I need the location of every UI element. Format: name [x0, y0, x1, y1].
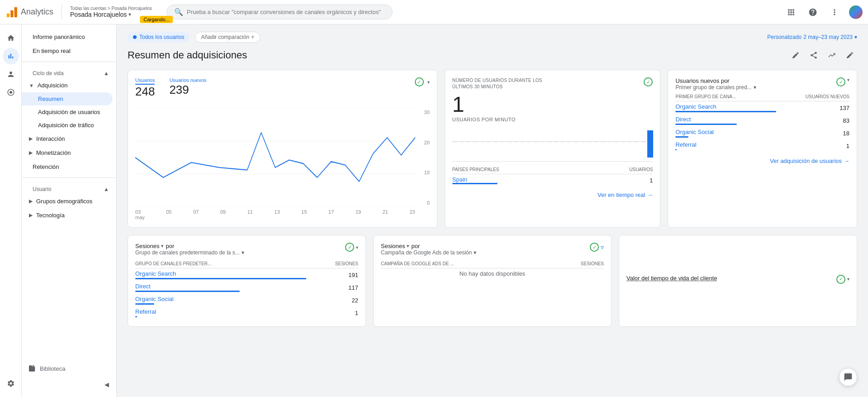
user-avatar[interactable]	[849, 5, 863, 19]
table-row: Organic Search 137	[675, 101, 849, 115]
content-header: Todos los usuarios Añadir comparación + …	[128, 24, 857, 46]
country-bar-row: Spain	[452, 176, 586, 183]
apps-icon	[787, 8, 796, 17]
sidebar-section-usuario[interactable]: Usuario ▲	[22, 182, 116, 194]
more-vert-icon	[830, 8, 839, 17]
ads-col1-header: CAMPAÑA DE GOOGLE ADS DE ...	[381, 259, 550, 268]
ltv-card-actions: ✓ ▾	[836, 275, 849, 284]
bar-chart-icon	[7, 52, 15, 60]
sidebar-item-adquisicion-usuarios[interactable]: Adquisición de usuarios	[22, 105, 116, 119]
chevron-up-icon-2: ▲	[104, 186, 109, 192]
channel-value: 83	[776, 114, 849, 127]
google-ads-title-row: Sesiones ▾ por	[381, 243, 476, 249]
logo[interactable]: Analytics	[5, 6, 53, 19]
ver-tiempo-real-link[interactable]: Ver en tiempo real →	[452, 191, 653, 198]
channel-name[interactable]: Organic Social	[675, 129, 714, 135]
channels-title-block: Usuarios nuevos por Primer grupo de cana…	[675, 77, 756, 91]
channel-bar	[675, 124, 737, 125]
bottom-cards-row: Sesiones ▾ por Grupo de canales predeter…	[128, 235, 857, 327]
dropdown-icon-sessions[interactable]: ▾	[161, 243, 164, 249]
apps-icon-btn[interactable]	[784, 5, 798, 19]
collapse-sidebar-btn[interactable]: ◀	[22, 378, 116, 392]
svg-rect-1	[10, 10, 13, 17]
ltv-title[interactable]: Valor del tiempo de vida del cliente	[626, 275, 717, 282]
chevron-down-icon: ▾	[854, 34, 857, 40]
sidebar-item-resumen[interactable]: Resumen	[22, 92, 113, 105]
date-range-selector[interactable]: Personalizado 2 may–23 may 2023 ▾	[767, 34, 857, 40]
sidebar-item-tecnologia[interactable]: ▶ Tecnología	[22, 208, 116, 222]
settings-nav-btn[interactable]	[3, 375, 19, 392]
home-nav-btn[interactable]	[3, 30, 19, 46]
card-top-right: ✓ ▾	[415, 77, 430, 86]
realtime-title: NÚMERO DE USUARIOS DURANTE LOS ÚLTIMOS 3…	[452, 77, 640, 90]
chart-x-labels: 03may 05 07 09 11 13 15 17 19 21 23	[135, 207, 430, 220]
channel-name[interactable]: Direct	[675, 116, 691, 123]
session-channel-name[interactable]: Organic Social	[135, 296, 174, 302]
sessions-title-row: Sesiones ▾ por	[135, 243, 244, 249]
dropdown-icon-ads[interactable]: ▾	[407, 243, 409, 249]
search-bar[interactable]: 🔍	[166, 5, 393, 19]
channels-card: Usuarios nuevos por Primer grupo de cana…	[668, 70, 857, 228]
realtime-big-number: 1	[452, 92, 653, 117]
plus-icon: +	[251, 34, 254, 40]
chart-nav-btn[interactable]	[3, 48, 19, 64]
add-comparison-btn[interactable]: Añadir comparación +	[195, 32, 260, 43]
channels-dropdown-arrow[interactable]: ▾	[847, 77, 849, 86]
channel-name[interactable]: Referral	[675, 141, 696, 148]
sidebar-item-interaccion[interactable]: ▶ Interacción	[22, 132, 116, 146]
channel-name[interactable]: Organic Search	[675, 103, 716, 110]
arrow-right-icon-2: →	[844, 158, 849, 164]
google-ads-title: Sesiones ▾ por Campaña de Google Ads de …	[381, 243, 476, 256]
svg-rect-0	[7, 13, 9, 17]
nav-icons	[0, 24, 22, 397]
page-title: Resumen de adquisiciones	[128, 48, 857, 62]
session-channel-name[interactable]: Organic Search	[135, 270, 176, 277]
trend-btn[interactable]	[825, 48, 839, 62]
share-btn[interactable]	[806, 48, 821, 62]
sidebar-item-adquisicion-trafico[interactable]: Adquisición de tráfico	[22, 119, 116, 132]
home-icon	[7, 34, 15, 42]
sessions-channel-header: Sesiones ▾ por Grupo de canales predeter…	[135, 243, 358, 256]
edit-report-btn[interactable]	[788, 48, 803, 62]
more-icon-btn[interactable]	[827, 5, 842, 19]
country-name[interactable]: Spain	[452, 176, 467, 183]
google-ads-header: Sesiones ▾ por Campaña de Google Ads de …	[381, 243, 604, 256]
sessions-table: GRUPO DE CANALES PREDETER... SESIONES Or…	[135, 259, 358, 319]
sidebar-item-monetizacion[interactable]: ▶ Monetización	[22, 146, 116, 160]
ltv-dropdown-arrow[interactable]: ▾	[847, 277, 849, 282]
channels-card-actions: ✓ ▾	[836, 77, 849, 86]
search-input[interactable]	[187, 9, 385, 15]
sidebar-library[interactable]: Biblioteca	[22, 359, 116, 378]
sidebar-item-en-tiempo-real[interactable]: En tiempo real	[22, 44, 116, 58]
expand-icon: ▼	[29, 83, 34, 88]
target-nav-btn[interactable]	[3, 84, 19, 100]
sidebar-item-grupos-demograficos[interactable]: ▶ Grupos demográficos	[22, 194, 116, 208]
topbar: Analytics Todas las cuentas > Posada Hor…	[0, 0, 868, 24]
session-channel-bar	[135, 291, 240, 292]
ads-col2-header: SESIONES	[550, 259, 604, 268]
users-label[interactable]: Usuarios	[135, 77, 155, 85]
filter-icon[interactable]: ▿	[601, 244, 604, 251]
ver-adquisicion-link[interactable]: Ver adquisición de usuarios →	[675, 158, 849, 164]
sidebar-item-retencion[interactable]: Retención	[22, 160, 116, 174]
realtime-bar-area	[452, 126, 653, 158]
sessions-col2-header: SESIONES	[306, 259, 358, 268]
help-icon	[808, 8, 817, 17]
edit-icon	[792, 51, 800, 59]
breadcrumb-top: Todas las cuentas > Posada Horcajuelos	[70, 6, 152, 11]
sessions-channel-title: Sesiones ▾ por Grupo de canales predeter…	[135, 243, 244, 256]
new-users-label[interactable]: Usuarios nuevos	[169, 77, 206, 83]
user-segment[interactable]: Todos los usuarios	[128, 32, 190, 42]
sessions-dropdown-arrow[interactable]: ▾	[356, 245, 358, 250]
person-nav-btn[interactable]	[3, 66, 19, 82]
pencil-btn[interactable]	[843, 48, 857, 62]
session-channel-name[interactable]: Direct	[135, 283, 151, 290]
green-check-icon: ✓	[415, 77, 424, 86]
sidebar-item-adquisicion[interactable]: ▼ Adquisición	[22, 78, 116, 92]
session-channel-name[interactable]: Referral	[135, 308, 156, 315]
sidebar-section-ciclo-vida[interactable]: Ciclo de vida ▲	[22, 66, 116, 78]
chat-btn[interactable]	[839, 368, 857, 386]
sidebar-item-informe-panoramico[interactable]: Informe panorámico	[22, 30, 116, 44]
help-icon-btn[interactable]	[806, 5, 820, 19]
dropdown-arrow[interactable]: ▾	[427, 80, 430, 85]
